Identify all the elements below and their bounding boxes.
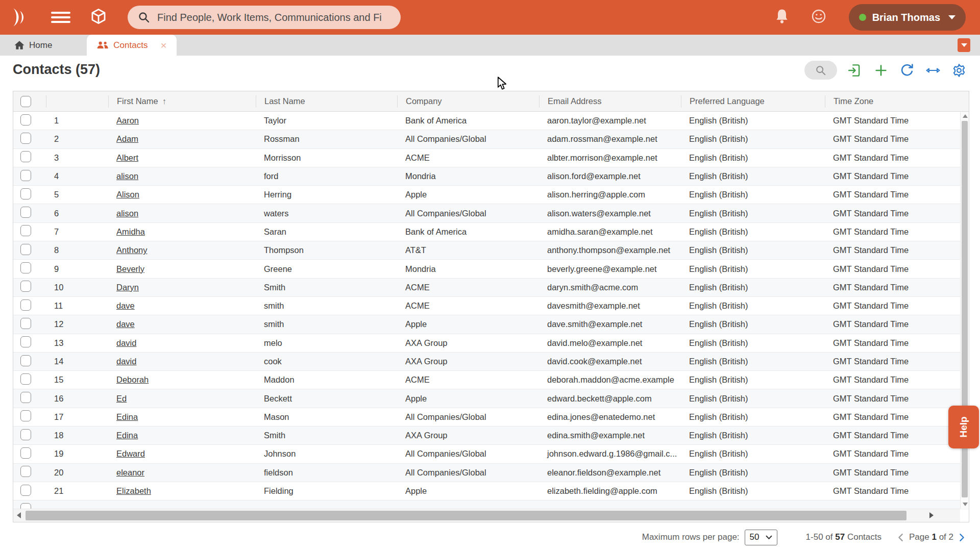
table-row[interactable]: 3AlbertMorrissonACMEalbter.morrison@exam… [13,149,969,167]
row-checkbox[interactable] [20,244,31,255]
table-row[interactable]: 21ElizabethFieldingAppleelizabeth.fieldi… [13,482,969,500]
settings-button[interactable] [951,62,967,79]
first-name-link[interactable]: Edward [116,449,145,458]
table-row[interactable]: 15DeborahMaddonACMEdeborah.maddon@acme.e… [13,371,969,389]
column-header-company[interactable]: Company [397,95,539,108]
row-checkbox[interactable] [20,151,31,162]
first-name-link[interactable]: alison [116,209,138,218]
table-row[interactable]: 14davidcookAXA Groupdavid.cook@example.n… [13,353,969,371]
page-next-button[interactable] [959,533,965,542]
row-checkbox[interactable] [20,373,31,385]
table-row[interactable]: 9BeverlyGreeneMondriabeverly.greene@exam… [13,260,969,278]
table-row[interactable]: 4alisonfordMondriaalison.ford@example.ne… [13,167,969,186]
row-checkbox[interactable] [20,355,31,366]
first-name-link[interactable]: Alison [116,190,139,199]
vertical-scrollbar[interactable] [960,112,969,509]
table-row[interactable]: 7AmidhaSaranBank of Americaamidha.saran@… [13,223,969,241]
column-header-first-name[interactable]: First Name ↑ [108,95,256,108]
first-name-link[interactable]: david [116,357,136,366]
first-name-link[interactable]: Albert [116,153,138,162]
row-checkbox[interactable] [20,336,31,347]
table-row[interactable]: 6alisonwatersAll Companies/Globalalison.… [13,204,969,222]
v-scroll-down-arrow[interactable] [963,503,968,506]
app-logo[interactable] [6,6,35,29]
rows-per-page-select[interactable]: 50 [745,530,777,545]
h-scroll-right-arrow[interactable] [929,512,934,518]
first-name-link[interactable]: david [116,338,136,347]
row-checkbox[interactable] [20,262,31,273]
notifications-bell-icon[interactable] [774,8,790,27]
row-checkbox[interactable] [20,485,31,496]
tab-overflow-button[interactable] [958,38,970,52]
select-all-checkbox[interactable] [20,96,31,107]
row-checkbox[interactable] [20,410,31,421]
row-checkbox[interactable] [20,225,31,236]
row-checkbox[interactable] [20,188,31,199]
column-header-last-name[interactable]: Last Name [256,95,397,108]
row-checkbox[interactable] [20,170,31,181]
column-header-email[interactable]: Email Address [539,95,681,108]
table-row[interactable]: 19EdwardJohnsonAll Companies/Globaljohns… [13,445,969,463]
tab-close-icon[interactable]: × [160,40,166,51]
fit-columns-button[interactable] [925,62,941,79]
emoji-feedback-icon[interactable] [811,9,826,26]
help-tab[interactable]: Help [948,406,979,448]
first-name-link[interactable]: eleanor [116,468,144,477]
email-cell: aaron.taylor@example.net [539,116,681,126]
import-contacts-button[interactable] [847,62,863,79]
table-row[interactable]: 12davesmithAppledave.smith@example.netEn… [13,315,969,334]
first-name-link[interactable]: dave [116,319,135,329]
row-checkbox[interactable] [20,114,31,126]
table-row[interactable]: 17EdinaMasonAll Companies/Globaledina.jo… [13,408,969,427]
first-name-link[interactable]: alison [116,171,138,181]
first-name-link[interactable]: Deborah [116,375,149,384]
table-row[interactable]: 13davidmeloAXA Groupdavid.melo@example.n… [13,334,969,353]
page-prev-button[interactable] [898,533,903,542]
row-checkbox[interactable] [20,207,31,218]
table-row[interactable]: 8AnthonyThompsonAT&Tanthony.thompson@exa… [13,241,969,260]
table-search-button[interactable] [804,61,837,80]
row-checkbox[interactable] [20,429,31,440]
refresh-button[interactable] [899,62,915,79]
row-checkbox[interactable] [20,281,31,292]
h-scroll-thumb[interactable] [26,511,906,520]
first-name-link[interactable]: Ed [116,394,127,403]
tab-contacts[interactable]: Contacts × [87,35,177,56]
row-checkbox[interactable] [20,133,31,144]
row-checkbox[interactable] [20,299,31,311]
row-checkbox[interactable] [20,392,31,403]
row-checkbox[interactable] [20,447,31,459]
horizontal-scrollbar[interactable] [13,509,960,522]
tab-home[interactable]: Home [14,35,52,56]
first-name-link[interactable]: Aaron [116,116,139,125]
add-contact-button[interactable] [873,62,889,79]
table-row[interactable]: 1AaronTaylorBank of Americaaaron.taylor@… [13,112,969,130]
h-scroll-left-arrow[interactable] [17,512,21,518]
apps-cube-icon[interactable] [90,8,107,27]
table-row[interactable]: 5AlisonHerringApplealison.herring@apple.… [13,186,969,204]
first-name-link[interactable]: Amidha [116,227,145,236]
first-name-link[interactable]: Beverly [116,264,144,273]
first-name-link[interactable]: Elizabeth [116,486,151,495]
v-scroll-up-arrow[interactable] [963,114,968,118]
column-header-language[interactable]: Preferred Language [681,95,825,108]
first-name-link[interactable]: Edina [116,431,138,440]
first-name-link[interactable]: Adam [116,134,138,143]
user-menu-button[interactable]: Brian Thomas [849,4,966,31]
table-row[interactable]: 10DarynSmithACMEdaryn.smith@acme.comEngl… [13,279,969,297]
global-search-input[interactable]: Find People, Work Items, Communications … [128,6,401,29]
table-row[interactable]: 11davesmithACMEdavesmith@example.netEngl… [13,297,969,315]
row-checkbox[interactable] [20,466,31,477]
first-name-link[interactable]: Edina [116,412,138,421]
first-name-link[interactable]: Anthony [116,245,148,255]
row-checkbox[interactable] [20,318,31,329]
hamburger-menu-icon[interactable] [51,9,70,26]
first-name-link[interactable]: Daryn [116,283,139,292]
table-row[interactable]: 16EdBeckettAppleedward.beckett@apple.com… [13,389,969,408]
first-name-link[interactable]: dave [116,301,135,310]
table-row[interactable]: 2AdamRossmanAll Companies/Globaladam.ros… [13,130,969,148]
sort-ascending-icon: ↑ [162,97,166,106]
table-row[interactable]: 20eleanorfieldsonAll Companies/Globalele… [13,464,969,482]
column-header-timezone[interactable]: Time Zone [825,95,969,108]
table-row[interactable]: 18EdinaSmithAXA Groupedina.smith@example… [13,427,969,445]
